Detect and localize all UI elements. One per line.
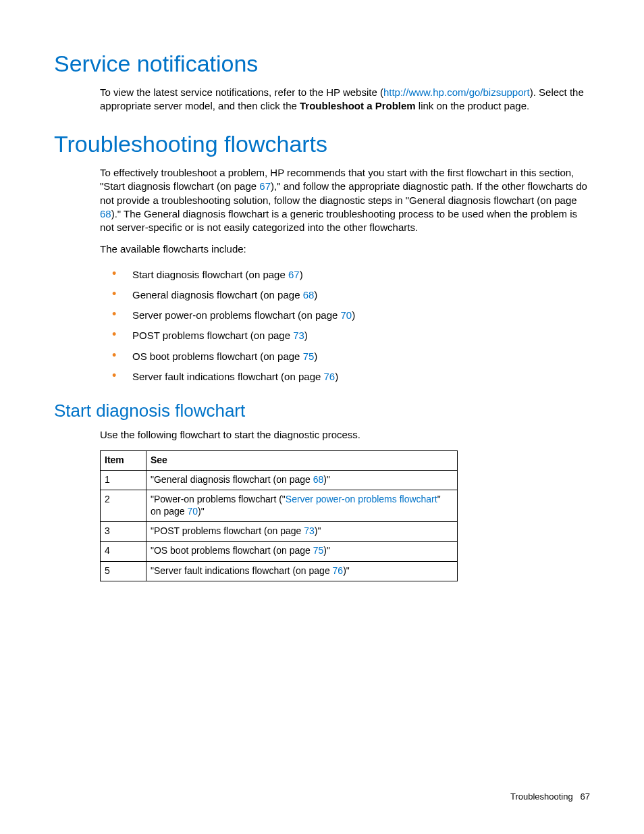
link-page[interactable]: 73 — [304, 525, 315, 536]
list-item: OS boot problems flowchart (on page 75) — [123, 346, 590, 367]
link-page[interactable]: 75 — [313, 545, 324, 556]
footer-page-number: 67 — [581, 791, 590, 802]
text: )." The General diagnosis flowchart is a… — [100, 208, 577, 233]
text: ) — [300, 269, 303, 280]
text: ) — [314, 289, 317, 301]
table-header-row: Item See — [101, 450, 458, 470]
paragraph-available-flowcharts: The available flowcharts include: — [100, 242, 590, 256]
link-page[interactable]: 76 — [323, 371, 335, 382]
cell-item: 2 — [101, 490, 146, 521]
paragraph-trouble-intro: To effectively troubleshoot a problem, H… — [100, 166, 590, 234]
text: General diagnosis flowchart (on page — [132, 289, 303, 301]
link-page[interactable]: 70 — [340, 309, 352, 321]
text: Server power-on problems flowchart (on p… — [132, 309, 340, 321]
link-page-68[interactable]: 68 — [100, 208, 111, 219]
link-page[interactable]: 68 — [313, 474, 324, 485]
page: Service notifications To view the latest… — [0, 0, 644, 834]
link-page[interactable]: 75 — [303, 350, 315, 362]
text: ) — [304, 330, 308, 341]
cell-item: 3 — [101, 522, 146, 542]
heading-service-notifications: Service notifications — [54, 50, 590, 78]
section-start-body: Use the following flowchart to start the… — [54, 428, 590, 581]
text: "General diagnosis flowchart (on page — [151, 474, 313, 485]
text: Start diagnosis flowchart (on page — [132, 269, 288, 280]
cell-see: "Power-on problems flowchart ("Server po… — [146, 490, 458, 521]
link-page[interactable]: 70 — [188, 506, 198, 517]
text: To view the latest service notifications… — [100, 86, 383, 98]
heading-start-diagnosis: Start diagnosis flowchart — [54, 400, 590, 421]
flowchart-list: Start diagnosis flowchart (on page 67) G… — [100, 265, 590, 388]
text: ) — [314, 350, 317, 362]
link-page[interactable]: 76 — [333, 565, 344, 576]
cell-see: "OS boot problems flowchart (on page 75)… — [146, 542, 458, 561]
text: )" — [198, 506, 205, 517]
reference-table: Item See 1 "General diagnosis flowchart … — [100, 450, 458, 581]
link-page[interactable]: 68 — [303, 289, 315, 301]
section-service-body: To view the latest service notifications… — [54, 86, 590, 113]
text: link on the product page. — [416, 100, 529, 111]
page-footer: Troubleshooting 67 — [510, 791, 590, 802]
list-item: Server fault indications flowchart (on p… — [123, 367, 590, 387]
cell-see: "Server fault indications flowchart (on … — [146, 561, 458, 581]
text: )" — [323, 545, 330, 556]
paragraph-service: To view the latest service notifications… — [100, 86, 590, 113]
list-item: General diagnosis flowchart (on page 68) — [123, 285, 590, 305]
th-see: See — [146, 450, 458, 470]
table-row: 1 "General diagnosis flowchart (on page … — [101, 470, 458, 490]
list-item: POST problems flowchart (on page 73) — [123, 325, 590, 346]
table-row: 2 "Power-on problems flowchart ("Server … — [101, 490, 458, 521]
cell-see: "POST problems flowchart (on page 73)" — [146, 522, 458, 542]
text: OS boot problems flowchart (on page — [132, 350, 303, 362]
table-row: 4 "OS boot problems flowchart (on page 7… — [101, 542, 458, 561]
heading-troubleshooting-flowcharts: Troubleshooting flowcharts — [54, 130, 590, 158]
text: Server fault indications flowchart (on p… — [132, 371, 323, 382]
table-row: 5 "Server fault indications flowchart (o… — [101, 561, 458, 581]
link-page-67[interactable]: 67 — [259, 180, 271, 192]
cell-item: 4 — [101, 542, 146, 561]
link-hp-bizsupport[interactable]: http://www.hp.com/go/bizsupport — [383, 86, 530, 98]
text: )" — [315, 525, 321, 536]
text: ) — [352, 309, 355, 321]
section-trouble-body: To effectively troubleshoot a problem, H… — [54, 166, 590, 387]
text: ) — [335, 371, 338, 382]
text: )" — [343, 565, 350, 576]
list-item: Server power-on problems flowchart (on p… — [123, 305, 590, 325]
text-troubleshoot-problem: Troubleshoot a Problem — [300, 100, 416, 111]
text: "POST problems flowchart (on page — [151, 525, 304, 536]
cell-item: 5 — [101, 561, 146, 581]
text: POST problems flowchart (on page — [132, 330, 293, 341]
link-server-poweron[interactable]: Server power-on problems flowchart — [286, 494, 437, 504]
text: "OS boot problems flowchart (on page — [151, 545, 313, 556]
cell-see: "General diagnosis flowchart (on page 68… — [146, 470, 458, 490]
th-item: Item — [101, 450, 146, 470]
link-page[interactable]: 73 — [293, 330, 304, 341]
footer-section: Troubleshooting — [510, 791, 573, 802]
list-item: Start diagnosis flowchart (on page 67) — [123, 265, 590, 285]
link-page[interactable]: 67 — [288, 269, 300, 280]
text: )" — [323, 474, 330, 485]
cell-item: 1 — [101, 470, 146, 490]
paragraph-start: Use the following flowchart to start the… — [100, 428, 590, 442]
text: "Server fault indications flowchart (on … — [151, 565, 333, 576]
text: "Power-on problems flowchart (" — [151, 494, 286, 504]
table-row: 3 "POST problems flowchart (on page 73)" — [101, 522, 458, 542]
